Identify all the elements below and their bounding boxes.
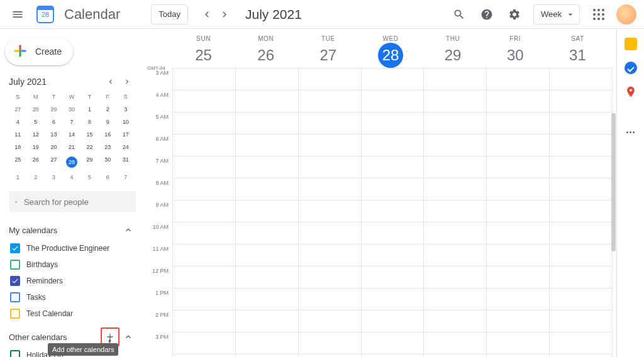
time-slot[interactable] xyxy=(299,310,361,332)
minical-day[interactable]: 23 xyxy=(99,141,117,153)
time-slot[interactable] xyxy=(362,135,424,157)
time-slot[interactable] xyxy=(487,69,549,91)
minical-day[interactable]: 12 xyxy=(27,128,45,141)
time-slot[interactable] xyxy=(424,69,486,91)
minical-day[interactable]: 11 xyxy=(9,128,27,141)
more-addons-button[interactable] xyxy=(626,131,635,133)
minical-day[interactable]: 24 xyxy=(116,141,135,153)
time-slot[interactable] xyxy=(424,222,486,244)
day-number[interactable]: 30 xyxy=(502,43,528,68)
minical-day[interactable]: 1 xyxy=(9,171,27,184)
time-slot[interactable] xyxy=(299,69,361,91)
minical-day[interactable]: 22 xyxy=(80,141,99,153)
minical-day[interactable]: 5 xyxy=(27,116,45,128)
day-header[interactable]: SUN25 xyxy=(172,35,235,68)
day-number[interactable]: 27 xyxy=(316,43,341,68)
time-slot[interactable] xyxy=(362,288,424,310)
time-slot[interactable] xyxy=(362,310,424,332)
time-slot[interactable] xyxy=(173,135,235,157)
calendar-item[interactable]: Test Calendar xyxy=(9,305,136,322)
calendar-checkbox[interactable] xyxy=(10,350,20,357)
minical-day[interactable]: 30 xyxy=(99,153,117,171)
minical-day[interactable]: 9 xyxy=(99,116,117,128)
time-slot[interactable] xyxy=(487,113,549,135)
time-slot[interactable] xyxy=(236,135,298,157)
minical-day[interactable]: 18 xyxy=(9,141,27,153)
time-slot[interactable] xyxy=(424,266,486,288)
time-slot[interactable] xyxy=(550,200,612,222)
minical-day[interactable]: 4 xyxy=(63,171,81,184)
minical-day[interactable]: 30 xyxy=(63,103,81,116)
day-column[interactable] xyxy=(235,69,298,357)
time-slot[interactable] xyxy=(362,200,424,222)
mini-next-month[interactable] xyxy=(119,74,135,89)
minical-day[interactable]: 16 xyxy=(99,128,117,141)
time-slot[interactable] xyxy=(550,113,612,135)
time-slot[interactable] xyxy=(362,91,424,113)
time-slot[interactable] xyxy=(424,178,486,200)
time-slot[interactable] xyxy=(299,157,361,178)
minical-day[interactable]: 19 xyxy=(27,141,45,153)
day-column[interactable] xyxy=(172,69,235,357)
keep-icon[interactable] xyxy=(625,38,637,50)
time-slot[interactable] xyxy=(236,222,298,244)
my-calendars-toggle[interactable]: My calendars xyxy=(9,220,136,240)
day-number[interactable]: 28 xyxy=(378,43,403,68)
google-apps-button[interactable] xyxy=(587,3,610,26)
minical-day[interactable]: 26 xyxy=(27,153,45,171)
time-slot[interactable] xyxy=(550,69,612,91)
minical-day[interactable]: 29 xyxy=(80,153,99,171)
search-button[interactable] xyxy=(448,3,470,26)
time-slot[interactable] xyxy=(424,157,486,178)
support-button[interactable] xyxy=(475,3,498,26)
minical-day[interactable]: 7 xyxy=(63,116,81,128)
minical-day[interactable]: 3 xyxy=(116,103,135,116)
time-slot[interactable] xyxy=(299,266,361,288)
time-slot[interactable] xyxy=(236,310,298,332)
time-slot[interactable] xyxy=(299,113,361,135)
minical-day[interactable]: 17 xyxy=(116,128,135,141)
minical-day[interactable]: 31 xyxy=(116,153,135,171)
minical-day[interactable]: 8 xyxy=(80,116,99,128)
day-header[interactable]: SAT31 xyxy=(547,35,609,68)
calendar-checkbox[interactable] xyxy=(10,243,20,253)
calendar-checkbox[interactable] xyxy=(10,260,20,270)
minical-day[interactable]: 6 xyxy=(99,171,117,184)
time-slot[interactable] xyxy=(487,178,549,200)
time-slot[interactable] xyxy=(487,244,549,266)
time-slot[interactable] xyxy=(550,288,612,310)
create-button[interactable]: Create xyxy=(5,38,73,65)
mini-prev-month[interactable] xyxy=(103,74,118,89)
minical-day[interactable]: 5 xyxy=(80,171,99,184)
main-menu-button[interactable] xyxy=(5,2,30,27)
time-slot[interactable] xyxy=(299,200,361,222)
time-slot[interactable] xyxy=(299,135,361,157)
calendar-item[interactable]: The Productive Engineer xyxy=(9,240,136,256)
time-slot[interactable] xyxy=(362,113,424,135)
time-slot[interactable] xyxy=(362,332,424,354)
time-slot[interactable] xyxy=(299,91,361,113)
time-slot[interactable] xyxy=(424,310,486,332)
today-button[interactable]: Today xyxy=(151,4,188,25)
time-slot[interactable] xyxy=(299,288,361,310)
time-slot[interactable] xyxy=(236,178,298,200)
time-slot[interactable] xyxy=(173,178,235,200)
time-slot[interactable] xyxy=(173,157,235,178)
time-slot[interactable] xyxy=(236,244,298,266)
time-slot[interactable] xyxy=(550,178,612,200)
time-slot[interactable] xyxy=(236,157,298,178)
time-slot[interactable] xyxy=(487,157,549,178)
minical-day[interactable]: 4 xyxy=(9,116,27,128)
time-slot[interactable] xyxy=(173,200,235,222)
time-slot[interactable] xyxy=(173,332,235,354)
time-slot[interactable] xyxy=(550,135,612,157)
time-slot[interactable] xyxy=(362,178,424,200)
minical-day[interactable]: 21 xyxy=(63,141,81,153)
time-slot[interactable] xyxy=(362,157,424,178)
time-slot[interactable] xyxy=(550,332,612,354)
time-slot[interactable] xyxy=(424,113,486,135)
time-slot[interactable] xyxy=(236,91,298,113)
day-number[interactable]: 25 xyxy=(191,43,216,68)
minical-day[interactable]: 27 xyxy=(9,103,27,116)
calendar-item[interactable]: Reminders xyxy=(9,273,136,289)
